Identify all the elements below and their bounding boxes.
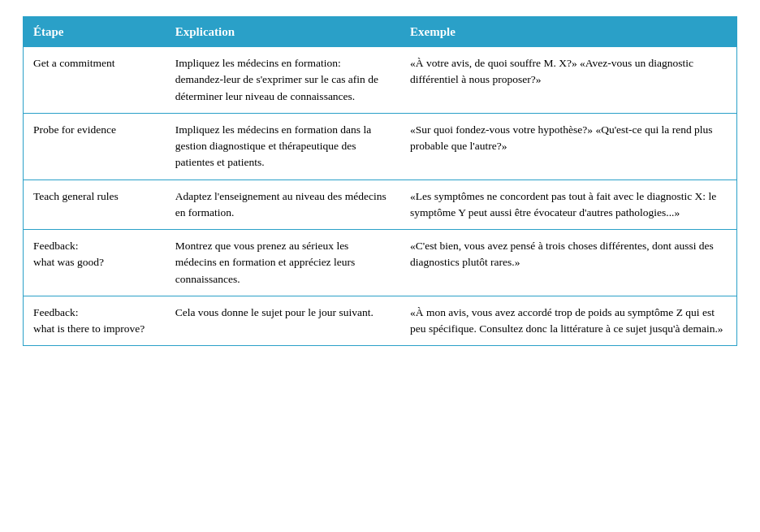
content-table: Étape Explication Exemple Get a commitme… — [24, 17, 736, 345]
cell-exemple: «À votre avis, de quoi souffre M. X?» «A… — [400, 47, 736, 113]
cell-explication: Cela vous donne le sujet pour le jour su… — [166, 296, 400, 345]
table-row: Probe for evidenceImpliquez les médecins… — [24, 113, 736, 179]
cell-etape: Feedback:what was good? — [24, 230, 166, 296]
table-header-row: Étape Explication Exemple — [24, 17, 736, 47]
header-explication: Explication — [166, 17, 400, 47]
table-row: Get a commitmentImpliquez les médecins e… — [24, 47, 736, 113]
header-exemple: Exemple — [400, 17, 736, 47]
cell-etape: Get a commitment — [24, 47, 166, 113]
cell-etape: Probe for evidence — [24, 113, 166, 179]
cell-explication: Adaptez l'enseignement au niveau des méd… — [166, 179, 400, 230]
cell-explication: Impliquez les médecins en formation: dem… — [166, 47, 400, 113]
cell-exemple: «Les symptômes ne concordent pas tout à … — [400, 179, 736, 230]
cell-exemple: «À mon avis, vous avez accordé trop de p… — [400, 296, 736, 345]
cell-exemple: «Sur quoi fondez-vous votre hypothèse?» … — [400, 113, 736, 179]
table-row: Feedback:what was good?Montrez que vous … — [24, 230, 736, 296]
table-row: Teach general rulesAdaptez l'enseignemen… — [24, 179, 736, 230]
main-table-container: Étape Explication Exemple Get a commitme… — [23, 16, 737, 346]
table-row: Feedback:what is there to improve?Cela v… — [24, 296, 736, 345]
cell-etape: Teach general rules — [24, 179, 166, 230]
cell-explication: Impliquez les médecins en formation dans… — [166, 113, 400, 179]
cell-explication: Montrez que vous prenez au sérieux les m… — [166, 230, 400, 296]
cell-etape: Feedback:what is there to improve? — [24, 296, 166, 345]
cell-exemple: «C'est bien, vous avez pensé à trois cho… — [400, 230, 736, 296]
header-etape: Étape — [24, 17, 166, 47]
